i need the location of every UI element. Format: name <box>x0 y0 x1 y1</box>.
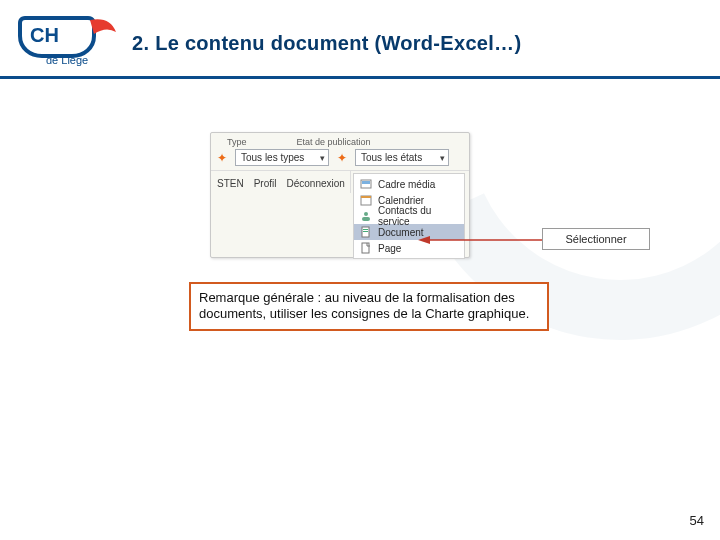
menu-item-label: Contacts du service <box>378 205 458 227</box>
svg-rect-11 <box>362 243 369 253</box>
callout-text: Sélectionner <box>565 233 626 245</box>
svg-rect-10 <box>363 231 368 232</box>
nav-item[interactable]: Déconnexion <box>286 178 344 189</box>
svg-point-6 <box>364 212 368 216</box>
menu-item-label: Document <box>378 227 424 238</box>
callout-box: Sélectionner <box>542 228 650 250</box>
chevron-down-icon: ▾ <box>320 153 325 163</box>
slide: CH de Liège 2. Le contenu document (Word… <box>0 0 720 540</box>
document-icon <box>360 226 372 238</box>
star-icon: ✦ <box>217 151 227 165</box>
menu-item-label: Page <box>378 243 401 254</box>
svg-text:de Liège: de Liège <box>46 54 88 66</box>
menu-item-cadre-media[interactable]: Cadre média <box>354 176 464 192</box>
contacts-icon <box>360 210 372 222</box>
add-content-menu: Cadre média Calendrier Contacts du servi… <box>353 173 465 259</box>
type-select[interactable]: Tous les types ▾ <box>235 149 329 166</box>
slide-title: 2. Le contenu document (Word-Excel…) <box>132 32 521 55</box>
chevron-down-icon: ▾ <box>440 153 445 163</box>
nav-item[interactable]: STEN <box>217 178 244 189</box>
svg-rect-9 <box>363 229 368 230</box>
etat-select[interactable]: Tous les états ▾ <box>355 149 449 166</box>
bottom-row: STEN Profil Déconnexion Cadre média Cale… <box>211 171 469 263</box>
star-icon: ✦ <box>337 151 347 165</box>
svg-marker-13 <box>418 236 430 244</box>
svg-rect-7 <box>362 217 370 221</box>
remark-box: Remarque générale : au niveau de la form… <box>189 282 549 331</box>
type-select-value: Tous les types <box>241 152 304 163</box>
calendar-icon <box>360 194 372 206</box>
menu-item-label: Cadre média <box>378 179 435 190</box>
filter-labels: Type Etat de publication <box>211 133 469 149</box>
filter-row: ✦ Tous les types ▾ ✦ Tous les états ▾ <box>211 149 469 171</box>
media-icon <box>360 178 372 190</box>
menu-item-label: Calendrier <box>378 195 424 206</box>
nav-strip: STEN Profil Déconnexion <box>211 171 351 193</box>
chu-liege-logo: CH de Liège <box>16 14 124 66</box>
svg-rect-3 <box>362 181 370 184</box>
svg-text:CH: CH <box>30 24 59 46</box>
label-etat: Etat de publication <box>297 137 371 147</box>
title-underline <box>0 76 720 79</box>
page-number: 54 <box>690 513 704 528</box>
etat-select-value: Tous les états <box>361 152 422 163</box>
remark-text: Remarque générale : au niveau de la form… <box>199 290 529 321</box>
label-type: Type <box>227 137 247 147</box>
menu-item-contacts[interactable]: Contacts du service <box>354 208 464 224</box>
callout-arrow <box>418 232 544 244</box>
svg-rect-5 <box>361 196 371 198</box>
nav-item[interactable]: Profil <box>254 178 277 189</box>
page-icon <box>360 242 372 254</box>
